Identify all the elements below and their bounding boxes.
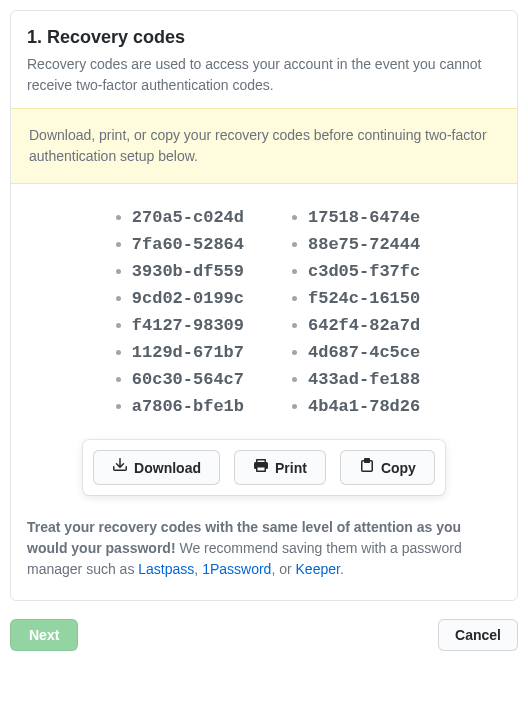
recovery-code: a7806-bfe1b <box>132 393 244 420</box>
recovery-code: 4b4a1-78d26 <box>308 393 420 420</box>
bottom-bar: Next Cancel <box>10 601 518 655</box>
link-1password[interactable]: 1Password <box>202 561 271 577</box>
next-button[interactable]: Next <box>10 619 78 651</box>
copy-icon <box>359 457 375 478</box>
recovery-codes-list: 270a5-c024d 7fa60-52864 3930b-df559 9cd0… <box>11 184 517 440</box>
link-lastpass[interactable]: Lastpass <box>138 561 194 577</box>
recovery-code: 433ad-fe188 <box>308 366 420 393</box>
button-label: Print <box>275 458 307 478</box>
warning-banner: Download, print, or copy your recovery c… <box>11 108 517 184</box>
download-icon <box>112 457 128 478</box>
recovery-code: 642f4-82a7d <box>308 312 420 339</box>
separator: , or <box>271 561 295 577</box>
footnote: Treat your recovery codes with the same … <box>11 517 517 600</box>
button-label: Download <box>134 458 201 478</box>
recovery-code: 7fa60-52864 <box>132 231 244 258</box>
panel-description: Recovery codes are used to access your a… <box>27 54 501 96</box>
panel-title: 1. Recovery codes <box>27 27 501 48</box>
print-button[interactable]: Print <box>234 450 326 485</box>
separator: , <box>194 561 202 577</box>
download-button[interactable]: Download <box>93 450 220 485</box>
cancel-button[interactable]: Cancel <box>438 619 518 651</box>
recovery-code: 17518-6474e <box>308 204 420 231</box>
recovery-code: 88e75-72444 <box>308 231 420 258</box>
recovery-code: f4127-98309 <box>132 312 244 339</box>
button-label: Copy <box>381 458 416 478</box>
panel-header: 1. Recovery codes Recovery codes are use… <box>11 11 517 108</box>
codes-column-2: 17518-6474e 88e75-72444 c3d05-f37fc f524… <box>284 204 420 420</box>
actions-container: Download Print Copy <box>11 440 517 517</box>
recovery-code: 4d687-4c5ce <box>308 339 420 366</box>
footnote-end: . <box>340 561 344 577</box>
recovery-code: f524c-16150 <box>308 285 420 312</box>
recovery-code: c3d05-f37fc <box>308 258 420 285</box>
recovery-code: 60c30-564c7 <box>132 366 244 393</box>
recovery-codes-panel: 1. Recovery codes Recovery codes are use… <box>10 10 518 601</box>
copy-button[interactable]: Copy <box>340 450 435 485</box>
recovery-code: 9cd02-0199c <box>132 285 244 312</box>
recovery-code: 3930b-df559 <box>132 258 244 285</box>
print-icon <box>253 457 269 478</box>
recovery-code: 270a5-c024d <box>132 204 244 231</box>
actions-group: Download Print Copy <box>83 440 445 495</box>
codes-column-1: 270a5-c024d 7fa60-52864 3930b-df559 9cd0… <box>108 204 244 420</box>
link-keeper[interactable]: Keeper <box>296 561 340 577</box>
recovery-code: 1129d-671b7 <box>132 339 244 366</box>
